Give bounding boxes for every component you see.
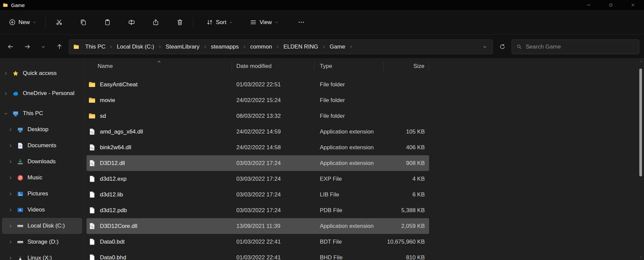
sidebar-item-onedrive-personal[interactable]: OneDrive - Personal — [2, 85, 82, 101]
chevron-right-icon[interactable] — [202, 45, 208, 49]
column-header-size[interactable]: Size — [384, 62, 429, 71]
breadcrumb-item-local-disk-c[interactable]: Local Disk (C:) — [114, 42, 156, 52]
file-row-d3d12core-dll[interactable]: D3D12Core.dll13/09/2021 11:39Application… — [86, 218, 429, 234]
scrollbar-thumb[interactable] — [639, 69, 642, 176]
maximize-button[interactable] — [600, 0, 622, 10]
file-name: bink2w64.dll — [100, 144, 131, 151]
sidebar-item-storage-d[interactable]: Storage (D:) — [2, 234, 82, 250]
breadcrumb-item-elden-ring[interactable]: ELDEN RING — [281, 42, 320, 52]
file-name-cell: Data0.bdt — [86, 238, 232, 246]
breadcrumb-item-steamlibrary[interactable]: SteamLibrary — [163, 42, 202, 52]
minimize-button[interactable] — [578, 0, 600, 10]
sidebar-item-downloads[interactable]: Downloads — [2, 154, 82, 170]
chevron-right-icon[interactable] — [157, 45, 163, 49]
chevron-right-icon[interactable] — [275, 45, 280, 49]
arrow-left-icon — [7, 44, 14, 50]
rename-button[interactable] — [123, 15, 140, 30]
breadcrumb-item-this-pc[interactable]: This PC — [83, 42, 108, 52]
downloads-icon — [17, 158, 24, 165]
sidebar-item-pictures[interactable]: Pictures — [2, 186, 82, 202]
chevron-right-icon[interactable] — [8, 144, 13, 148]
scissors-icon — [56, 19, 63, 26]
sidebar-item-linux-x[interactable]: Linux (X:) — [2, 250, 82, 260]
titlebar: Game — [0, 0, 644, 10]
up-button[interactable] — [52, 40, 67, 54]
file-type-cell: File folder — [314, 97, 384, 104]
file-name: d3d12.exp — [100, 176, 126, 182]
chevron-right-icon[interactable] — [8, 224, 13, 228]
view-button[interactable]: View — [246, 15, 283, 30]
file-row-sd[interactable]: sd08/03/2022 13:32File folder — [86, 108, 429, 124]
chevron-right-icon[interactable] — [8, 176, 13, 180]
folder-icon — [3, 2, 8, 8]
chevron-right-icon[interactable] — [242, 45, 247, 49]
column-header-date-modified[interactable]: Date modified — [232, 62, 314, 71]
file-row-easyanticheat[interactable]: EasyAntiCheat01/03/2022 22:51File folder — [86, 77, 429, 92]
sidebar-item-this-pc[interactable]: This PC — [2, 105, 82, 121]
file-name: d3d12.lib — [100, 191, 123, 198]
chevron-right-icon[interactable] — [8, 240, 13, 244]
breadcrumb-item-game[interactable]: Game — [327, 42, 347, 52]
delete-button[interactable] — [171, 15, 188, 30]
dll-icon — [88, 128, 96, 136]
dll-icon — [88, 159, 96, 167]
file-row-bink2w64-dll[interactable]: bink2w64.dll24/02/2022 14:58Application … — [86, 140, 429, 155]
address-dropdown-button[interactable] — [480, 42, 489, 51]
sidebar-item-desktop[interactable]: Desktop — [2, 121, 82, 138]
file-row-amd-ags-x64-dll[interactable]: amd_ags_x64.dll24/02/2022 14:59Applicati… — [86, 124, 429, 140]
chevron-right-icon[interactable] — [8, 127, 13, 132]
chevron-right-icon[interactable] — [108, 45, 114, 49]
recent-locations-button[interactable] — [37, 40, 50, 54]
chevron-down-icon — [33, 20, 37, 24]
file-row-data0-bdt[interactable]: Data0.bdt01/03/2022 22:41BDT File10,675,… — [86, 234, 429, 250]
new-button[interactable]: New — [5, 15, 41, 30]
chevron-right-icon[interactable] — [8, 160, 13, 164]
sidebar: Quick accessOneDrive - PersonalThis PCDe… — [0, 59, 84, 260]
breadcrumb-item-common[interactable]: common — [248, 42, 274, 52]
sort-button[interactable]: Sort — [202, 15, 237, 30]
search-input[interactable]: Search Game — [512, 39, 639, 54]
file-row-d3d12-exp[interactable]: d3d12.exp03/03/2022 17:24EXP File4 KB — [86, 171, 429, 187]
refresh-button[interactable] — [495, 40, 510, 54]
file-date-cell: 01/03/2022 22:41 — [232, 239, 314, 245]
cut-button[interactable] — [50, 15, 68, 30]
chevron-right-icon[interactable] — [348, 45, 354, 49]
copy-button[interactable] — [74, 15, 92, 30]
sidebar-item-local-disk-c[interactable]: Local Disk (C:) — [2, 218, 82, 234]
scrollbar[interactable] — [638, 59, 643, 260]
address-bar[interactable]: This PCLocal Disk (C:)SteamLibrarysteama… — [69, 39, 493, 54]
chevron-right-icon[interactable] — [8, 192, 13, 196]
sidebar-item-videos[interactable]: Videos — [2, 202, 82, 218]
sidebar-item-music[interactable]: Music — [2, 170, 82, 186]
chevron-right-icon[interactable] — [3, 71, 8, 76]
breadcrumb-item-steamapps[interactable]: steamapps — [209, 42, 241, 52]
chevron-right-icon[interactable] — [321, 45, 327, 49]
scroll-down-icon[interactable] — [639, 255, 643, 259]
chevron-right-icon[interactable] — [3, 91, 8, 96]
file-row-d3d12-lib[interactable]: d3d12.lib03/03/2022 17:24LIB File6 KB — [86, 187, 429, 202]
scroll-up-icon[interactable] — [639, 60, 643, 63]
sidebar-item-label: Music — [27, 174, 42, 181]
forward-button[interactable] — [20, 40, 35, 54]
maximize-icon — [608, 3, 613, 7]
chevron-right-icon[interactable] — [8, 208, 13, 212]
folder-icon — [88, 81, 96, 88]
sidebar-item-documents[interactable]: Documents — [2, 138, 82, 154]
file-date-cell: 08/03/2022 13:32 — [232, 113, 314, 119]
sidebar-item-label: This PC — [23, 110, 43, 117]
close-button[interactable] — [622, 0, 644, 10]
chevron-right-icon[interactable] — [8, 256, 13, 260]
more-button[interactable] — [293, 15, 310, 30]
sidebar-item-quick-access[interactable]: Quick access — [2, 65, 82, 81]
back-button[interactable] — [3, 40, 18, 54]
file-row-movie[interactable]: movie24/02/2022 15:24File folder — [86, 92, 429, 108]
file-row-d3d12-pdb[interactable]: d3d12.pdb03/03/2022 17:24PDB File5,388 K… — [86, 202, 429, 218]
share-button[interactable] — [147, 15, 164, 30]
column-header-type[interactable]: Type — [314, 62, 384, 71]
paste-button[interactable] — [99, 15, 116, 30]
chevron-down-icon[interactable] — [3, 111, 8, 116]
copy-icon — [80, 19, 87, 26]
sidebar-item-label: Pictures — [27, 190, 48, 197]
file-row-d3d12-dll[interactable]: D3D12.dll03/03/2022 17:24Application ext… — [86, 155, 429, 171]
file-row-data0-bhd[interactable]: Data0.bhd01/03/2022 22:41BHD File810 KB — [86, 250, 429, 260]
